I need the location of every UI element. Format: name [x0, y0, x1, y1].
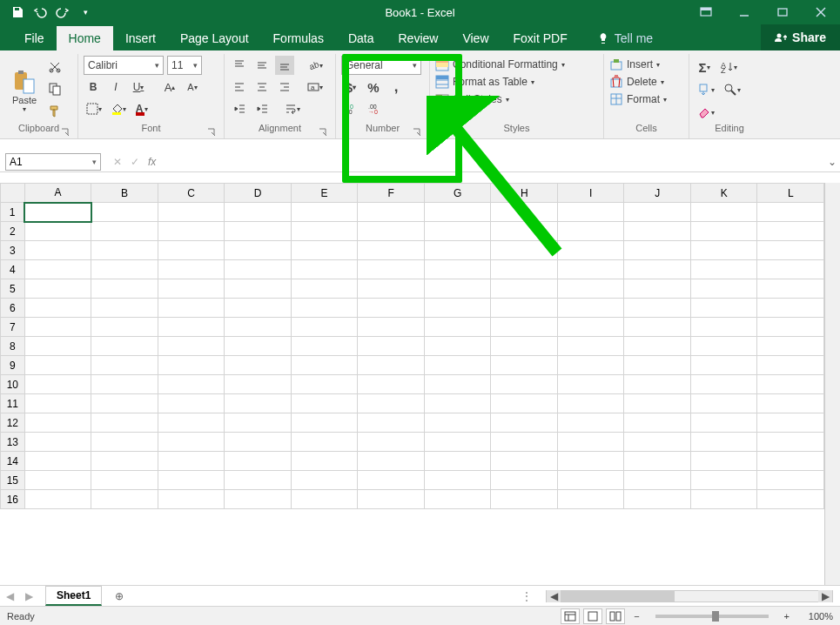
row-header[interactable]: 16: [1, 490, 25, 509]
cell[interactable]: [291, 203, 358, 222]
cell[interactable]: [757, 279, 824, 299]
cell[interactable]: [291, 490, 358, 509]
select-all-corner[interactable]: [1, 184, 25, 203]
save-icon[interactable]: [9, 3, 26, 21]
cell[interactable]: [158, 452, 225, 471]
cell[interactable]: [690, 394, 757, 413]
column-header[interactable]: G: [424, 184, 491, 203]
cell[interactable]: [91, 279, 158, 299]
cell[interactable]: [558, 394, 624, 413]
column-header[interactable]: J: [624, 184, 690, 203]
cell[interactable]: [757, 433, 824, 452]
paste-button[interactable]: Paste ▾: [5, 56, 44, 123]
column-header[interactable]: C: [158, 184, 225, 203]
dialog-launcher-icon[interactable]: [60, 127, 71, 138]
cell[interactable]: [24, 222, 91, 241]
cell[interactable]: [91, 413, 158, 433]
cell[interactable]: [558, 260, 624, 279]
cell[interactable]: [358, 413, 425, 433]
row-header[interactable]: 5: [1, 279, 25, 299]
cell[interactable]: [424, 222, 491, 241]
cell[interactable]: [491, 356, 558, 375]
cell[interactable]: [491, 299, 558, 318]
cell[interactable]: [624, 452, 690, 471]
cell[interactable]: [291, 241, 358, 260]
cell[interactable]: [757, 413, 824, 433]
cell[interactable]: [491, 413, 558, 433]
cell[interactable]: [225, 337, 292, 356]
cell[interactable]: [291, 471, 358, 490]
row-header[interactable]: 4: [1, 260, 25, 279]
cell[interactable]: [158, 318, 225, 337]
cell[interactable]: [690, 299, 757, 318]
copy-button[interactable]: [45, 79, 64, 98]
horizontal-scrollbar[interactable]: ◀ ▶: [546, 590, 833, 602]
cell[interactable]: [358, 203, 425, 222]
cell[interactable]: [424, 375, 491, 394]
cell[interactable]: [358, 452, 425, 471]
name-box[interactable]: A1 ▾: [5, 153, 101, 171]
conditional-formatting-button[interactable]: Conditional Formatting▾: [435, 57, 598, 71]
cell[interactable]: [757, 356, 824, 375]
column-header[interactable]: H: [491, 184, 558, 203]
cell[interactable]: [24, 299, 91, 318]
zoom-slider[interactable]: [655, 615, 769, 618]
scroll-right-icon[interactable]: ▶: [818, 590, 832, 602]
cell[interactable]: [690, 203, 757, 222]
split-handle-icon[interactable]: ⋮: [521, 590, 534, 602]
cell[interactable]: [225, 299, 292, 318]
cell[interactable]: [291, 279, 358, 299]
cell[interactable]: [24, 241, 91, 260]
cell[interactable]: [358, 490, 425, 509]
cell[interactable]: [158, 260, 225, 279]
tab-view[interactable]: View: [450, 26, 501, 50]
cell[interactable]: [358, 241, 425, 260]
cell[interactable]: [424, 394, 491, 413]
cell[interactable]: [757, 203, 824, 222]
cell[interactable]: [158, 375, 225, 394]
cell-styles-button[interactable]: Cell Styles▾: [435, 92, 598, 106]
cell[interactable]: [91, 222, 158, 241]
cell[interactable]: [358, 375, 425, 394]
worksheet-grid[interactable]: ABCDEFGHIJKL12345678910111213141516: [0, 183, 840, 585]
cell[interactable]: [757, 337, 824, 356]
share-button[interactable]: Share: [761, 24, 840, 50]
cell[interactable]: [225, 394, 292, 413]
tab-home[interactable]: Home: [57, 26, 113, 50]
cancel-formula-icon[interactable]: ✕: [113, 156, 122, 168]
autosum-button[interactable]: Σ▾: [695, 57, 714, 77]
page-break-view-button[interactable]: [606, 608, 625, 624]
cell[interactable]: [624, 203, 690, 222]
cell[interactable]: [291, 356, 358, 375]
cell[interactable]: [558, 471, 624, 490]
cell[interactable]: [558, 337, 624, 356]
sheet-tab[interactable]: Sheet1: [45, 586, 102, 606]
cell[interactable]: [424, 490, 491, 509]
accounting-format-button[interactable]: $▾: [341, 77, 360, 97]
sheet-nav-next-icon[interactable]: ▶: [19, 587, 38, 606]
cell[interactable]: [558, 413, 624, 433]
expand-formula-bar-icon[interactable]: ⌄: [824, 156, 840, 168]
cell[interactable]: [491, 260, 558, 279]
cell[interactable]: [491, 222, 558, 241]
cell[interactable]: [491, 394, 558, 413]
tab-file[interactable]: File: [12, 26, 57, 50]
italic-button[interactable]: I: [106, 77, 125, 97]
merge-center-button[interactable]: a▾: [305, 77, 326, 97]
find-select-button[interactable]: ▾: [721, 80, 743, 99]
decrease-indent-button[interactable]: [230, 99, 249, 118]
row-header[interactable]: 10: [1, 375, 25, 394]
cell[interactable]: [24, 356, 91, 375]
cell[interactable]: [624, 413, 690, 433]
cell[interactable]: [24, 203, 91, 222]
cell[interactable]: [491, 375, 558, 394]
cell[interactable]: [558, 299, 624, 318]
cell[interactable]: [158, 433, 225, 452]
row-header[interactable]: 14: [1, 452, 25, 471]
cell[interactable]: [424, 433, 491, 452]
cell[interactable]: [24, 452, 91, 471]
align-middle-button[interactable]: [252, 56, 272, 75]
cell[interactable]: [225, 452, 292, 471]
cell[interactable]: [690, 413, 757, 433]
cell[interactable]: [91, 260, 158, 279]
